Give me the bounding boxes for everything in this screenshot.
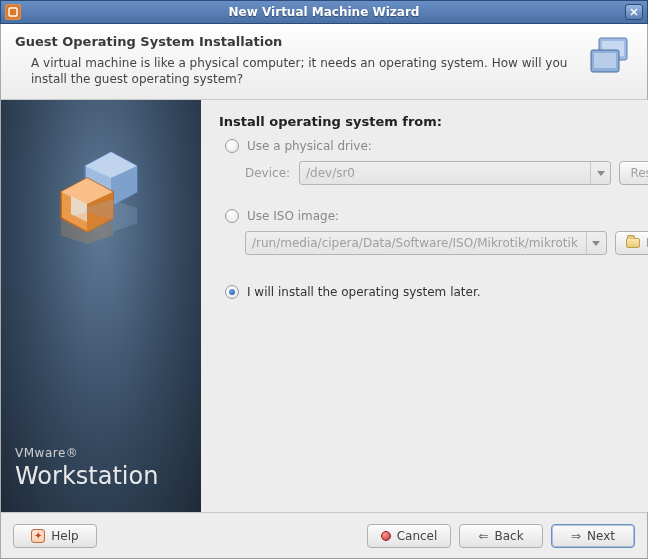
wizard-sidebar: VMware® Workstation (1, 100, 201, 512)
wizard-footer: ✦ Help Cancel ⇐ Back ⇒ Next (1, 512, 647, 558)
window-close-button[interactable] (625, 4, 643, 20)
chevron-down-icon (590, 162, 610, 184)
wizard-header: Guest Operating System Installation A vi… (1, 24, 647, 100)
iso-path-value: /run/media/cipera/Data/Software/ISO/Mikr… (252, 236, 600, 250)
wizard-header-description: A virtual machine is like a physical com… (31, 55, 573, 87)
monitors-icon (585, 34, 633, 82)
radio-physical-drive[interactable] (225, 139, 239, 153)
next-label: Next (587, 529, 615, 543)
radio-install-later[interactable] (225, 285, 239, 299)
app-icon (5, 4, 21, 20)
svg-rect-0 (9, 8, 17, 16)
install-from-heading: Install operating system from: (219, 114, 648, 129)
arrow-right-icon: ⇒ (571, 530, 581, 542)
device-combobox[interactable]: /dev/sr0 (299, 161, 611, 185)
device-combobox-value: /dev/sr0 (306, 166, 377, 180)
iso-path-combobox[interactable]: /run/media/cipera/Data/Software/ISO/Mikr… (245, 231, 607, 255)
wizard-header-title: Guest Operating System Installation (15, 34, 573, 49)
option-iso-image: Use ISO image: /run/media/cipera/Data/So… (219, 209, 648, 255)
window-titlebar: New Virtual Machine Wizard (0, 0, 648, 24)
next-button[interactable]: ⇒ Next (551, 524, 635, 548)
arrow-left-icon: ⇐ (478, 530, 488, 542)
svg-marker-17 (592, 241, 600, 246)
cancel-button[interactable]: Cancel (367, 524, 451, 548)
radio-install-later-label: I will install the operating system late… (247, 285, 481, 299)
folder-icon (626, 238, 640, 248)
chevron-down-icon (586, 232, 606, 254)
back-button[interactable]: ⇐ Back (459, 524, 543, 548)
radio-physical-drive-label: Use a physical drive: (247, 139, 372, 153)
window-title: New Virtual Machine Wizard (1, 5, 647, 19)
browse-button[interactable]: Browse... (615, 231, 648, 255)
wizard-content: Install operating system from: Use a phy… (201, 100, 648, 512)
radio-iso-image-label: Use ISO image: (247, 209, 339, 223)
brand-workstation: Workstation (15, 462, 158, 490)
radio-iso-image[interactable] (225, 209, 239, 223)
back-label: Back (494, 529, 523, 543)
help-icon: ✦ (31, 529, 45, 543)
rescan-disc-button[interactable]: Rescan disc (619, 161, 648, 185)
device-label: Device: (245, 166, 291, 180)
cancel-label: Cancel (397, 529, 438, 543)
help-label: Help (51, 529, 78, 543)
brand-vmware: VMware® (15, 446, 158, 460)
svg-marker-16 (597, 171, 605, 176)
option-install-later: I will install the operating system late… (219, 285, 648, 299)
vmware-boxes-icon (57, 152, 145, 275)
close-icon (630, 8, 638, 16)
help-button[interactable]: ✦ Help (13, 524, 97, 548)
option-physical-drive: Use a physical drive: Device: /dev/sr0 R… (219, 139, 648, 185)
rescan-disc-label: Rescan disc (630, 166, 648, 180)
cancel-icon (381, 531, 391, 541)
svg-rect-6 (594, 53, 616, 68)
